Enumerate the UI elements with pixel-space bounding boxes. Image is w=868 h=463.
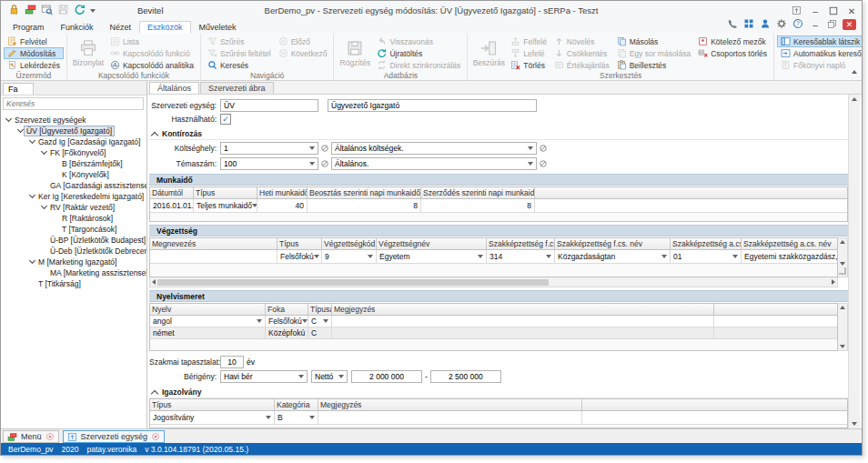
table-row[interactable]: JogosítványB bbox=[150, 411, 847, 425]
lefele-button[interactable]: Lefelé bbox=[507, 47, 550, 59]
gear-icon[interactable] bbox=[776, 16, 787, 33]
tab-szervezeti-abra[interactable]: Szervezeti ábra bbox=[200, 82, 274, 94]
lekerdezes-button[interactable]: Lekérdezés bbox=[4, 59, 64, 71]
tree-item-m[interactable]: M [Marketing Igazgató] bbox=[1, 257, 146, 267]
section-igazolvany-header[interactable]: Igazolvány bbox=[149, 387, 848, 398]
dock-icon[interactable] bbox=[792, 3, 802, 19]
table-cell[interactable]: Felsőfokú bbox=[278, 250, 322, 263]
table-cell[interactable] bbox=[714, 316, 837, 327]
table-cell[interactable]: Közgazdaságtan bbox=[555, 250, 671, 263]
table-cell[interactable]: 9 bbox=[322, 250, 377, 263]
rogzites-button[interactable]: Rögzítés bbox=[337, 35, 373, 71]
table-cell[interactable] bbox=[332, 316, 714, 327]
column-header-tipusa[interactable]: Típusa bbox=[308, 304, 332, 315]
maximize-icon[interactable] bbox=[829, 3, 838, 19]
lookup-icon[interactable] bbox=[539, 159, 548, 168]
elozo-button[interactable]: Előző bbox=[275, 35, 331, 47]
table-cell[interactable]: Középfokú bbox=[266, 327, 308, 338]
column-header-megnevezes[interactable]: Megnevezés bbox=[150, 238, 278, 249]
expand-arrow-icon[interactable] bbox=[27, 261, 36, 263]
salary-to-field[interactable]: 2 500 000 bbox=[430, 370, 501, 383]
tree-item-r[interactable]: R [Raktárosok] bbox=[1, 213, 146, 224]
keresoablak-latszik-button[interactable]: Keresőablak látszik bbox=[777, 35, 862, 47]
org-name-field[interactable]: Ügyvezető Igazgató bbox=[328, 99, 537, 112]
expand-arrow-icon[interactable] bbox=[15, 130, 25, 132]
tab-fa[interactable]: Fa bbox=[3, 83, 34, 95]
tree-item-fk[interactable]: FK [Főkönyvelő] bbox=[1, 147, 146, 158]
table-cell[interactable]: Egyetemi szakközgazdász, bbox=[742, 250, 837, 263]
table-cell[interactable]: Felsőfokú bbox=[266, 316, 308, 327]
ujratoltes-button[interactable]: Újratöltés bbox=[373, 47, 464, 59]
felvetel-button[interactable]: Felvétel bbox=[4, 35, 64, 47]
column-header-megjegyzes[interactable]: Megjegyzés bbox=[318, 399, 582, 410]
menu-tab-nezet[interactable]: Nézet bbox=[102, 21, 140, 34]
table-cell[interactable]: 01 bbox=[671, 250, 742, 263]
column-header-datumtol[interactable]: Dátumtól bbox=[150, 187, 194, 198]
kapcsolodo-analitika-button[interactable]: Kapcsolódó analitika bbox=[106, 59, 197, 71]
minimize-icon[interactable]: – bbox=[809, 6, 822, 16]
doc-tab-szervezeti-egyseg[interactable]: Szervezeti egység bbox=[63, 430, 166, 443]
fokonyvi-naplo-button[interactable]: Főkönyvi napló bbox=[777, 59, 862, 71]
section-kontirozas-header[interactable]: Kontírozás bbox=[149, 128, 848, 140]
lista-button[interactable]: Lista bbox=[106, 35, 197, 47]
tree-item-b[interactable]: B [Bérszámfejtők] bbox=[1, 158, 146, 169]
salary-from-field[interactable]: 2 000 000 bbox=[351, 370, 422, 383]
table-row[interactable]: Felsőfokú9Egyetem314Közgazdaságtan01Egye… bbox=[150, 250, 837, 264]
kapcsolodo-funkcio-button[interactable]: Kapcsolódó funkció bbox=[106, 47, 197, 59]
temaszam-name-field[interactable]: Általános. bbox=[331, 157, 537, 170]
table-cell[interactable] bbox=[332, 327, 714, 338]
masolas-button[interactable]: Másolás bbox=[613, 35, 695, 47]
table-row[interactable]: németKözépfokúC bbox=[150, 327, 837, 339]
menu-tab-program[interactable]: Program bbox=[5, 21, 53, 34]
lookup-icon[interactable] bbox=[320, 159, 329, 168]
menu-tab-muveletek[interactable]: Műveletek bbox=[191, 21, 245, 34]
felfele-button[interactable]: Felfelé bbox=[507, 35, 550, 47]
close-icon[interactable]: ✕ bbox=[845, 6, 858, 16]
table-cell[interactable] bbox=[150, 250, 278, 263]
column-header-tipus[interactable]: Típus bbox=[194, 187, 257, 198]
column-header[interactable] bbox=[582, 399, 847, 410]
egy-sor-masolasa-button[interactable]: Egy sor másolása bbox=[613, 47, 695, 59]
column-header-tipus[interactable]: Típus bbox=[278, 238, 322, 249]
bizonylat-button[interactable]: Bizonylat bbox=[70, 35, 106, 71]
direkt-szinkronizalas-button[interactable]: Direkt szinkronizálás bbox=[373, 59, 464, 71]
column-header[interactable] bbox=[714, 304, 837, 315]
mdi-close-button[interactable]: ✕ bbox=[843, 19, 856, 30]
usable-checkbox[interactable]: ✓ bbox=[220, 114, 231, 125]
table-row[interactable]: 2016.01.01.…Teljes munkaidő4088 bbox=[150, 199, 847, 213]
table-cell[interactable]: Teljes munkaidő bbox=[194, 199, 257, 212]
nyelvismeret-scrollbar[interactable] bbox=[838, 303, 848, 351]
org-code-field[interactable]: ÜV bbox=[220, 99, 318, 112]
expand-arrow-icon[interactable] bbox=[39, 206, 48, 208]
qat-dropdown-icon[interactable] bbox=[90, 9, 96, 13]
tree-item-ker[interactable]: Ker Ig [Kereskedelmi Igazgató] bbox=[1, 191, 146, 202]
column-header-heti-munkaido[interactable]: Heti munkaidő bbox=[257, 187, 308, 198]
layers-icon[interactable] bbox=[25, 3, 36, 19]
tree-item-szervezeti[interactable]: Szervezeti egységek bbox=[1, 115, 146, 126]
table-cell[interactable]: 8 bbox=[421, 199, 535, 212]
szuresi-feltetel-button[interactable]: Szűrési feltétel bbox=[204, 47, 275, 59]
tree-search-input[interactable] bbox=[3, 97, 144, 110]
lookup-icon[interactable] bbox=[539, 144, 548, 153]
kotelezo-mezok-button[interactable]: Kötelező mezők bbox=[694, 35, 771, 47]
user-icon[interactable] bbox=[760, 16, 771, 33]
tree-item-ga[interactable]: GA [Gazdasági asszisztensek] bbox=[1, 180, 146, 191]
table-cell[interactable]: német bbox=[150, 327, 266, 338]
vegzettseg-scrollbar[interactable] bbox=[838, 237, 848, 277]
expand-arrow-icon[interactable] bbox=[39, 152, 48, 154]
win-search-icon[interactable] bbox=[41, 3, 53, 19]
expand-arrow-icon[interactable] bbox=[4, 119, 13, 121]
beillesztes-button[interactable]: Beillesztés bbox=[613, 59, 695, 71]
kovetkezo-button[interactable]: Következő bbox=[275, 47, 331, 59]
column-header-szakkepzettseg-a-cs-nev[interactable]: Szakképzettség a.cs. név bbox=[742, 238, 837, 249]
column-header-vegzettsegnev[interactable]: Végzettségnév bbox=[377, 238, 487, 249]
closetab-icon[interactable] bbox=[45, 432, 55, 441]
tree-item-t[interactable]: T [Targoncások] bbox=[1, 224, 146, 235]
salary-period-select[interactable]: Havi bér bbox=[220, 370, 308, 383]
table-cell[interactable]: 8 bbox=[308, 199, 421, 212]
kereses-button[interactable]: Keresés bbox=[204, 59, 275, 71]
tree-item-u-bp[interactable]: Ü-BP [Üzletkötők Budapest] bbox=[1, 235, 146, 246]
refresh-icon[interactable] bbox=[74, 3, 86, 19]
table-cell[interactable] bbox=[318, 411, 582, 424]
menu-tab-eszkozok[interactable]: Eszközök bbox=[139, 21, 191, 34]
